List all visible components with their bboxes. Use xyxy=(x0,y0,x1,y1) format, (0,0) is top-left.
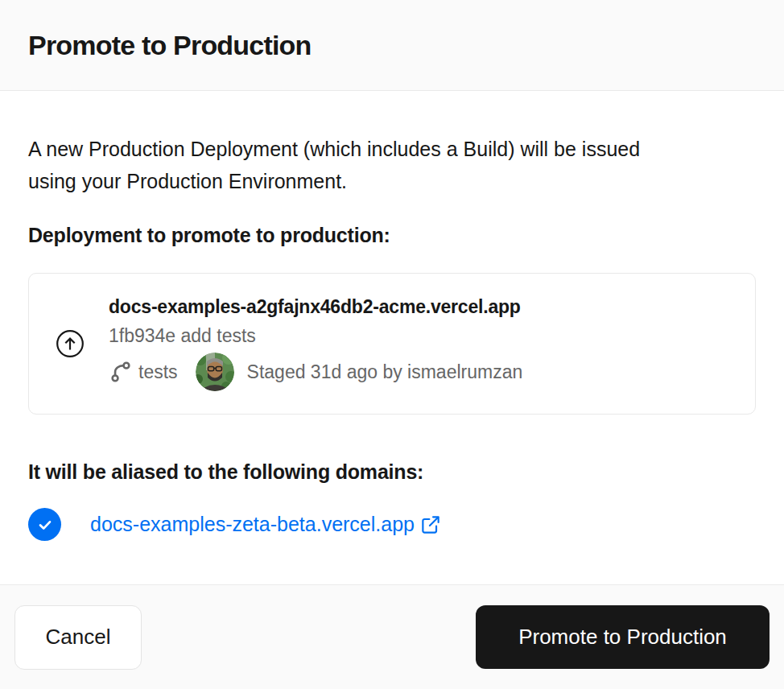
intro-line-1: A new Production Deployment (which inclu… xyxy=(28,138,640,160)
deployment-label: Deployment to promote to production: xyxy=(28,223,756,247)
deployment-commit: 1fb934e add tests xyxy=(109,325,522,347)
deployment-card: docs-examples-a2gfajnx46db2-acme.vercel.… xyxy=(28,273,756,415)
staged-text: Staged 31d ago by ismaelrumzan xyxy=(247,361,523,383)
page-title: Promote to Production xyxy=(28,30,312,61)
alias-domain-link[interactable]: docs-examples-zeta-beta.vercel.app xyxy=(90,513,441,536)
deployment-domain: docs-examples-a2gfajnx46db2-acme.vercel.… xyxy=(109,296,522,318)
alias-domain-text: docs-examples-zeta-beta.vercel.app xyxy=(90,513,415,536)
promote-dialog: Promote to Production A new Production D… xyxy=(0,0,784,689)
promote-button[interactable]: Promote to Production xyxy=(476,605,770,669)
intro-text: A new Production Deployment (which inclu… xyxy=(28,133,756,197)
external-link-icon xyxy=(420,514,441,535)
avatar xyxy=(196,353,234,391)
action-bar: Cancel Promote to Production xyxy=(0,584,784,689)
deployment-meta: tests xyxy=(109,353,522,391)
dialog-body: A new Production Deployment (which inclu… xyxy=(0,91,784,584)
intro-line-2: using your Production Environment. xyxy=(28,170,347,192)
check-circle-icon xyxy=(28,508,61,541)
cancel-button[interactable]: Cancel xyxy=(14,605,142,670)
alias-row: docs-examples-zeta-beta.vercel.app xyxy=(28,508,756,541)
git-branch-icon xyxy=(109,359,133,385)
deployment-info: docs-examples-a2gfajnx46db2-acme.vercel.… xyxy=(109,296,522,391)
branch-name: tests xyxy=(138,361,178,383)
alias-label: It will be aliased to the following doma… xyxy=(28,460,756,484)
arrow-up-circle-icon xyxy=(56,329,85,358)
dialog-header: Promote to Production xyxy=(0,0,784,91)
